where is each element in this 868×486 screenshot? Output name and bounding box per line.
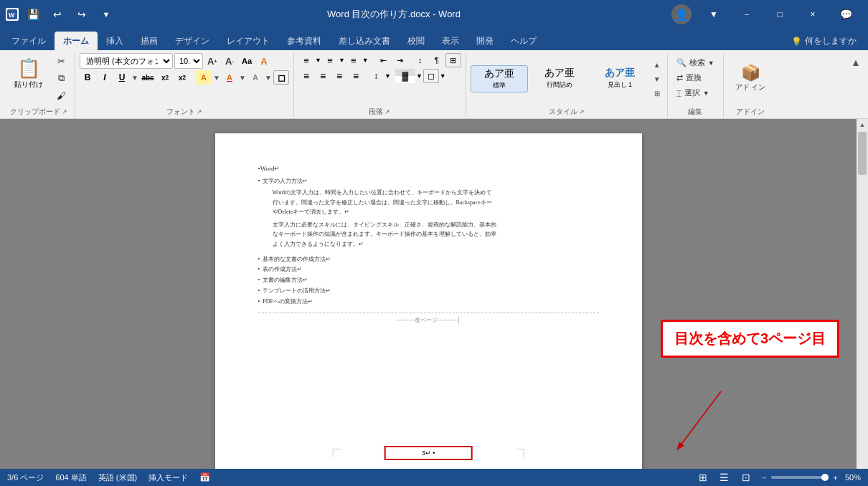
strikethrough-button[interactable]: abc: [140, 70, 156, 85]
text-direction-button[interactable]: ⊞: [445, 53, 461, 67]
highlight-arrow[interactable]: ▼: [213, 74, 220, 82]
collapse-ribbon-button[interactable]: ▲: [846, 54, 865, 70]
zoom-minus-button[interactable]: －: [760, 472, 768, 483]
bullets-arrow[interactable]: ▼: [315, 57, 321, 64]
read-mode-button[interactable]: ☰: [717, 471, 732, 484]
bullets-button[interactable]: ≡: [298, 53, 314, 67]
styles-scroll-up[interactable]: ▲: [651, 57, 663, 72]
tab-layout[interactable]: レイアウト: [218, 32, 278, 50]
minimize-button[interactable]: －: [730, 0, 763, 29]
zoom-slider[interactable]: [771, 476, 829, 479]
close-button[interactable]: ×: [796, 0, 829, 29]
tab-design[interactable]: デザイン: [166, 32, 218, 50]
align-center-button[interactable]: ≡: [315, 69, 331, 83]
decrease-font-button[interactable]: A-: [222, 53, 237, 69]
style-normal[interactable]: あア亜 標準: [471, 65, 528, 92]
font-size-select[interactable]: 10.5: [174, 53, 203, 69]
ribbon-display-button[interactable]: ▼: [697, 0, 730, 29]
customize-toolbar-button[interactable]: ▼: [96, 4, 116, 24]
font-color-arrow[interactable]: ▼: [239, 74, 246, 82]
superscript-button[interactable]: x2: [174, 70, 190, 85]
zoom-plus-button[interactable]: ＋: [831, 472, 839, 483]
numbering-arrow[interactable]: ▼: [339, 57, 345, 64]
share-button[interactable]: 💬: [829, 0, 862, 29]
styles-scroll-down[interactable]: ▼: [651, 72, 663, 86]
text-highlight-button[interactable]: A: [196, 70, 212, 85]
font-color-button[interactable]: A: [222, 70, 237, 85]
multilevel-button[interactable]: ≡: [346, 53, 362, 67]
change-case-button[interactable]: Aa: [239, 53, 255, 69]
paste-button[interactable]: 📋 貼り付け: [7, 53, 50, 94]
styles-expand-icon[interactable]: ↗: [579, 108, 585, 115]
tab-insert[interactable]: 挿入: [98, 32, 132, 50]
restore-button[interactable]: □: [763, 0, 796, 29]
addin-button[interactable]: 📦 アド イン: [728, 62, 773, 95]
styles-expand[interactable]: ⊞: [651, 86, 663, 100]
document-scroll-area[interactable]: Word↵ 文字の入力方法↵ Wordの文字入力は、時間を入力したい位置に合わせ…: [0, 119, 857, 469]
increase-font-button[interactable]: A+: [204, 53, 220, 69]
replace-button[interactable]: ⇄ 置換: [672, 71, 706, 85]
save-button[interactable]: 💾: [23, 4, 43, 24]
shading-para-button[interactable]: ▓: [395, 69, 415, 83]
align-right-button[interactable]: ≡: [331, 69, 347, 83]
tab-developer[interactable]: 開発: [468, 32, 502, 50]
subscript-button[interactable]: x2: [157, 70, 173, 85]
tab-mailings[interactable]: 差し込み文書: [330, 32, 399, 50]
justify-button[interactable]: ≡: [348, 69, 364, 83]
font-group: 游明明 (本文のフォン・) 10.5 A+ A- Aa A B I U ▼ ab…: [75, 53, 294, 117]
align-left-button[interactable]: ≡: [298, 69, 314, 83]
redo-button[interactable]: ↪: [72, 4, 92, 24]
line-spacing-arrow[interactable]: ▼: [385, 72, 391, 80]
tab-view[interactable]: 表示: [433, 32, 468, 50]
borders-arrow[interactable]: ▼: [440, 72, 446, 80]
underline-button[interactable]: U: [114, 70, 130, 85]
find-button[interactable]: 🔍 検索 ▼: [672, 56, 719, 70]
find-arrow[interactable]: ▼: [708, 59, 714, 67]
italic-button[interactable]: I: [97, 70, 113, 85]
format-painter-button[interactable]: 🖌: [52, 87, 70, 103]
tab-file[interactable]: ファイル: [3, 32, 55, 50]
select-button[interactable]: ⌶ 選択 ▼: [672, 86, 714, 100]
ribbon-search[interactable]: 💡 何をしますか: [783, 32, 865, 50]
scroll-up-button[interactable]: ▲: [857, 119, 868, 130]
window-controls: 👤 ▼ － □ × 💬: [671, 0, 862, 29]
tab-home[interactable]: ホーム: [55, 32, 98, 50]
font-name-select[interactable]: 游明明 (本文のフォン・): [80, 53, 173, 69]
clipboard-expand-icon[interactable]: ↗: [62, 108, 67, 115]
multilevel-arrow[interactable]: ▼: [362, 57, 369, 64]
line-spacing-button[interactable]: ↕: [368, 69, 384, 83]
numbering-button[interactable]: ≡: [322, 53, 338, 67]
increase-indent-button[interactable]: ⇥: [392, 53, 408, 67]
scroll-thumb[interactable]: [858, 132, 867, 175]
borders-button[interactable]: ◻: [423, 69, 439, 83]
paragraph-expand-icon[interactable]: ↗: [385, 108, 390, 115]
tab-references[interactable]: 参考資料: [278, 32, 330, 50]
select-arrow[interactable]: ▼: [703, 90, 709, 97]
copy-button[interactable]: ⧉: [52, 70, 70, 86]
tab-draw[interactable]: 描画: [132, 32, 166, 50]
print-layout-button[interactable]: ⊞: [696, 471, 710, 484]
sort-button[interactable]: ↕: [412, 53, 428, 67]
shading-para-arrow[interactable]: ▼: [416, 72, 423, 80]
style-spacing[interactable]: あア亜 行間詰め: [531, 65, 588, 92]
cut-button[interactable]: ✂: [52, 53, 70, 69]
document-page[interactable]: Word↵ 文字の入力方法↵ Wordの文字入力は、時間を入力したい位置に合わせ…: [215, 133, 642, 469]
macro-icon: 📅: [199, 472, 210, 482]
show-hide-button[interactable]: ¶: [429, 53, 445, 67]
vertical-scrollbar[interactable]: ▲: [857, 119, 868, 469]
decrease-indent-button[interactable]: ⇤: [376, 53, 392, 67]
underline-arrow[interactable]: ▼: [131, 74, 138, 82]
border-style-button[interactable]: ◻: [273, 70, 289, 85]
shading-arrow[interactable]: ▼: [265, 74, 272, 82]
tab-help[interactable]: ヘルプ: [502, 32, 545, 50]
undo-button[interactable]: ↩: [47, 4, 67, 24]
clear-format-button[interactable]: A: [256, 53, 272, 69]
web-layout-button[interactable]: ⊡: [739, 471, 753, 484]
shading-button[interactable]: A: [247, 70, 263, 85]
user-avatar[interactable]: 👤: [671, 4, 692, 24]
bold-button[interactable]: B: [80, 70, 95, 85]
tab-review[interactable]: 校閲: [399, 32, 433, 50]
style-heading1[interactable]: あア亜 見出し 1: [591, 65, 648, 92]
zoom-thumb[interactable]: [821, 474, 829, 481]
font-expand-icon[interactable]: ↗: [197, 108, 202, 115]
